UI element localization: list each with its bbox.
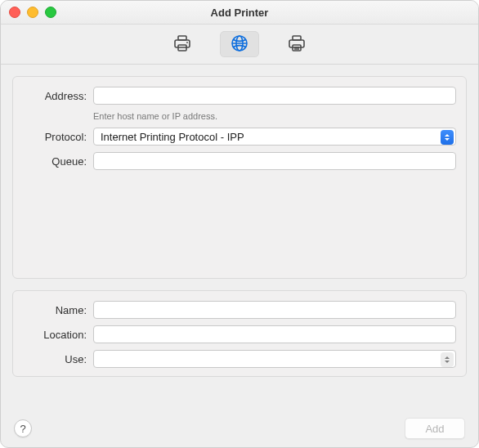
- chevron-up-down-icon: [441, 130, 454, 145]
- name-input[interactable]: [93, 301, 456, 319]
- name-label: Name:: [23, 304, 93, 316]
- use-select[interactable]: [93, 350, 456, 368]
- content-area: Address: Enter host name or IP address. …: [1, 65, 478, 410]
- protocol-label: Protocol:: [23, 131, 93, 143]
- details-panel: Name: Location: Use:: [12, 290, 467, 377]
- svg-rect-7: [289, 40, 304, 47]
- tab-windows[interactable]: [277, 31, 316, 57]
- queue-input[interactable]: [93, 152, 456, 170]
- toolbar: [1, 25, 478, 65]
- queue-label: Queue:: [23, 155, 93, 168]
- footer: ? Add: [1, 410, 478, 447]
- printer-advanced-icon: [287, 34, 307, 55]
- chevron-up-down-icon: [441, 352, 454, 367]
- address-hint: Enter host name or IP address.: [93, 111, 456, 121]
- connection-panel: Address: Enter host name or IP address. …: [12, 76, 467, 279]
- add-button-label: Add: [425, 423, 444, 435]
- protocol-select[interactable]: Internet Printing Protocol - IPP: [93, 128, 456, 146]
- window-title: Add Printer: [1, 7, 478, 19]
- help-button[interactable]: ?: [14, 419, 32, 437]
- tab-ip[interactable]: [220, 31, 259, 57]
- svg-rect-1: [178, 36, 186, 40]
- titlebar: Add Printer: [1, 1, 478, 25]
- address-label: Address:: [23, 90, 93, 102]
- address-input[interactable]: [93, 87, 456, 105]
- svg-point-3: [186, 42, 188, 43]
- add-printer-window: Add Printer: [0, 0, 479, 448]
- printer-icon: [172, 34, 192, 55]
- location-input[interactable]: [93, 325, 456, 343]
- add-button[interactable]: Add: [405, 418, 465, 439]
- use-label: Use:: [23, 353, 93, 365]
- help-icon: ?: [20, 423, 25, 435]
- svg-rect-0: [175, 40, 190, 47]
- svg-rect-8: [293, 36, 301, 40]
- protocol-value: Internet Printing Protocol - IPP: [101, 131, 436, 143]
- tab-group: [163, 31, 316, 57]
- globe-icon: [230, 34, 249, 55]
- tab-default[interactable]: [163, 31, 202, 57]
- location-label: Location:: [23, 329, 93, 341]
